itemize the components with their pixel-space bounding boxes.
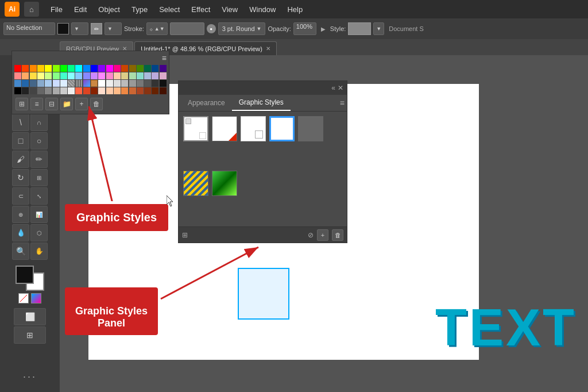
panel-options-icon[interactable]: ≡ bbox=[340, 98, 345, 107]
line-tool[interactable]: \ bbox=[12, 114, 29, 131]
brush-dropdown[interactable]: ▼ bbox=[105, 22, 122, 35]
eyedropper-tool[interactable]: 💧 bbox=[12, 224, 29, 241]
palette-menu-icon[interactable]: ≡ bbox=[162, 53, 167, 63]
color-cell[interactable] bbox=[75, 65, 82, 72]
color-cell[interactable] bbox=[98, 80, 105, 87]
color-cell[interactable] bbox=[98, 72, 105, 79]
color-cell[interactable] bbox=[144, 87, 151, 94]
swatch-libraries-btn[interactable]: ⊞ bbox=[16, 98, 28, 110]
menu-help[interactable]: Help bbox=[283, 4, 307, 15]
color-cell[interactable] bbox=[45, 65, 52, 72]
style-thumb-3[interactable] bbox=[241, 116, 266, 141]
none-swatch[interactable] bbox=[18, 293, 29, 303]
color-cell[interactable] bbox=[160, 65, 167, 72]
color-cell[interactable] bbox=[45, 72, 52, 79]
fill-color-box[interactable] bbox=[57, 23, 69, 34]
color-cell[interactable] bbox=[60, 87, 67, 94]
more-tools[interactable]: ... bbox=[23, 368, 37, 381]
color-cell[interactable] bbox=[83, 87, 90, 94]
menu-select[interactable]: Select bbox=[154, 4, 184, 15]
color-cell[interactable] bbox=[60, 65, 67, 72]
color-cell[interactable] bbox=[144, 80, 151, 87]
color-cell[interactable] bbox=[106, 65, 113, 72]
color-cell[interactable] bbox=[137, 65, 144, 72]
style-thumb-5[interactable] bbox=[298, 116, 323, 141]
fg-bg-swatch[interactable] bbox=[16, 266, 44, 291]
tab-graphic-styles[interactable]: Graphic Styles bbox=[232, 95, 291, 111]
delete-graphic-style-btn[interactable]: 🗑 bbox=[332, 229, 343, 241]
color-cell[interactable] bbox=[14, 80, 21, 87]
arc-tool[interactable]: ∩ bbox=[30, 114, 48, 131]
color-cell[interactable] bbox=[121, 65, 128, 72]
color-cell[interactable] bbox=[137, 72, 144, 79]
ellipse-tool[interactable]: ○ bbox=[30, 132, 48, 149]
blend-tool[interactable]: ⬡ bbox=[30, 224, 48, 241]
color-cell[interactable] bbox=[129, 80, 136, 87]
color-cell[interactable] bbox=[98, 65, 105, 72]
color-cell[interactable] bbox=[14, 87, 21, 94]
color-cell[interactable] bbox=[152, 80, 158, 87]
color-cell[interactable] bbox=[129, 72, 136, 79]
color-cell-highlight[interactable] bbox=[91, 80, 98, 87]
color-cell[interactable] bbox=[83, 65, 90, 72]
color-cell[interactable] bbox=[22, 72, 29, 79]
color-cell[interactable] bbox=[121, 72, 128, 79]
color-cell[interactable] bbox=[98, 87, 105, 94]
color-cell-red[interactable] bbox=[14, 65, 21, 72]
color-cell[interactable] bbox=[53, 72, 60, 79]
color-cell[interactable] bbox=[114, 65, 121, 72]
color-cell[interactable] bbox=[106, 72, 113, 79]
color-cell[interactable] bbox=[22, 80, 29, 87]
color-cell[interactable] bbox=[22, 87, 29, 94]
foreground-swatch[interactable] bbox=[16, 266, 34, 284]
color-cell[interactable] bbox=[30, 65, 37, 72]
symbol-tool[interactable]: ⊕ bbox=[12, 206, 29, 223]
color-cell[interactable] bbox=[68, 72, 75, 79]
navigate-view[interactable]: ⊞ bbox=[14, 326, 46, 344]
new-color-group[interactable]: + bbox=[75, 98, 88, 110]
color-cell-pattern3[interactable] bbox=[83, 80, 90, 87]
break-link-btn[interactable]: ⊘ bbox=[308, 231, 314, 239]
show-kinds-btn[interactable]: ≡ bbox=[30, 98, 43, 110]
home-button[interactable]: ⌂ bbox=[24, 2, 39, 17]
color-cell[interactable] bbox=[91, 65, 98, 72]
style-thumb-6[interactable] bbox=[183, 171, 208, 196]
color-cell-pattern1[interactable] bbox=[68, 80, 75, 87]
style-dropdown[interactable]: ▼ bbox=[373, 22, 384, 35]
color-cell[interactable] bbox=[14, 72, 21, 79]
stroke-style-box[interactable] bbox=[170, 22, 204, 35]
graphic-style-libraries-btn[interactable]: ⊞ bbox=[182, 231, 188, 239]
color-cell[interactable] bbox=[83, 72, 90, 79]
color-cell[interactable] bbox=[160, 80, 167, 87]
rect-tool[interactable]: □ bbox=[12, 132, 29, 149]
color-cell[interactable] bbox=[144, 65, 151, 72]
color-cell[interactable] bbox=[144, 72, 151, 79]
color-cell[interactable] bbox=[60, 80, 67, 87]
color-cell[interactable] bbox=[91, 72, 98, 79]
style-thumb-4[interactable] bbox=[269, 116, 295, 141]
magnify-tool[interactable]: 🔍 bbox=[12, 243, 29, 260]
style-thumb-7[interactable] bbox=[212, 171, 237, 196]
show-list-btn[interactable]: ⊟ bbox=[45, 98, 58, 110]
tab-close-2[interactable]: ✕ bbox=[266, 45, 270, 52]
color-cell[interactable] bbox=[106, 80, 113, 87]
menu-type[interactable]: Type bbox=[127, 4, 152, 15]
tab-appearance[interactable]: Appearance bbox=[181, 95, 232, 110]
color-cell[interactable] bbox=[106, 87, 113, 94]
color-cell[interactable] bbox=[53, 65, 60, 72]
style-preview[interactable] bbox=[348, 22, 371, 35]
pencil-tool[interactable]: ✏ bbox=[30, 151, 48, 168]
color-cell[interactable] bbox=[30, 87, 37, 94]
color-cell[interactable] bbox=[152, 87, 158, 94]
menu-file[interactable]: File bbox=[46, 4, 67, 15]
color-cell-pattern2[interactable] bbox=[75, 80, 82, 87]
color-cell[interactable] bbox=[37, 80, 44, 87]
new-swatch-folder[interactable]: 📁 bbox=[60, 98, 73, 110]
color-cell[interactable] bbox=[68, 87, 75, 94]
pt-round-dropdown[interactable]: 3 pt. Round ▼ bbox=[218, 22, 266, 35]
menu-object[interactable]: Object bbox=[94, 4, 125, 15]
panel-collapse-btn[interactable]: « bbox=[331, 84, 335, 92]
scale-tool[interactable]: ⊞ bbox=[30, 169, 48, 186]
style-thumb-1[interactable] bbox=[183, 116, 208, 141]
color-cell[interactable] bbox=[129, 87, 136, 94]
